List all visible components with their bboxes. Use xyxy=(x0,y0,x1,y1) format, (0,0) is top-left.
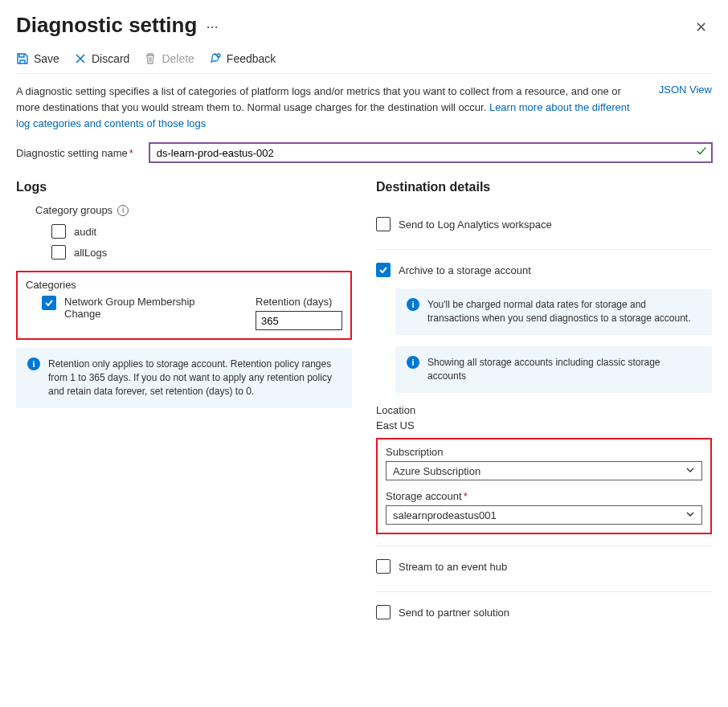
info-icon[interactable]: i xyxy=(117,205,129,216)
network-group-label: Network Group Membership Change xyxy=(64,296,201,320)
categories-label: Categories xyxy=(26,279,342,291)
subscription-select[interactable]: Azure Subscription xyxy=(386,461,702,480)
discard-label: Discard xyxy=(92,52,129,65)
delete-icon xyxy=(144,52,157,65)
delete-label: Delete xyxy=(162,52,194,65)
retention-label: Retention (days) xyxy=(256,296,342,308)
feedback-icon xyxy=(209,52,222,65)
alllogs-label: allLogs xyxy=(74,247,107,259)
log-analytics-label: Send to Log Analytics workspace xyxy=(399,219,552,231)
storage-account-select[interactable]: salearnprodeastus001 xyxy=(386,505,702,525)
logs-heading: Logs xyxy=(16,180,352,194)
audit-label: audit xyxy=(74,226,96,238)
save-icon xyxy=(16,52,29,65)
feedback-label: Feedback xyxy=(227,52,276,65)
page-title: Diagnostic setting xyxy=(16,13,197,38)
log-analytics-checkbox[interactable] xyxy=(376,217,391,231)
storage-selection-highlight-box: Subscription Azure Subscription Storage … xyxy=(376,438,712,534)
info-icon: i xyxy=(27,358,40,370)
storage-charge-info: i You'll be charged normal data rates fo… xyxy=(395,288,712,335)
setting-name-label: Diagnostic setting name* xyxy=(16,147,133,159)
subscription-label: Subscription xyxy=(386,446,702,458)
feedback-button[interactable]: Feedback xyxy=(209,52,276,65)
description-text: A diagnostic setting specifies a list of… xyxy=(16,84,643,132)
eventhub-label: Stream to an event hub xyxy=(399,561,507,573)
location-label: Location xyxy=(376,404,712,416)
archive-storage-checkbox[interactable] xyxy=(376,263,391,277)
network-group-checkbox[interactable] xyxy=(42,296,56,310)
delete-button: Delete xyxy=(144,52,194,65)
chevron-down-icon xyxy=(685,509,695,521)
categories-highlight-box: Categories Network Group Membership Chan… xyxy=(16,271,352,340)
category-groups-label: Category groups i xyxy=(35,204,352,216)
partner-checkbox[interactable] xyxy=(376,605,391,619)
alllogs-checkbox[interactable] xyxy=(51,245,66,260)
json-view-link[interactable]: JSON View xyxy=(659,84,712,132)
svg-point-0 xyxy=(217,54,220,57)
save-button[interactable]: Save xyxy=(16,52,59,65)
storage-all-info: i Showing all storage accounts including… xyxy=(395,346,712,393)
setting-name-input[interactable] xyxy=(149,143,712,162)
save-label: Save xyxy=(34,52,59,65)
info-icon: i xyxy=(407,356,419,369)
storage-account-label: Storage account* xyxy=(386,490,702,502)
destination-heading: Destination details xyxy=(376,180,712,194)
audit-checkbox[interactable] xyxy=(51,224,66,239)
partner-label: Send to partner solution xyxy=(399,607,509,619)
retention-info-box: i Retention only applies to storage acco… xyxy=(16,348,352,408)
validation-check-icon xyxy=(696,145,707,159)
retention-input[interactable] xyxy=(256,311,342,330)
archive-storage-label: Archive to a storage account xyxy=(399,264,531,276)
info-icon: i xyxy=(407,298,419,311)
eventhub-checkbox[interactable] xyxy=(376,559,391,574)
discard-button[interactable]: Discard xyxy=(74,52,129,65)
more-button[interactable]: ··· xyxy=(207,21,219,34)
close-icon[interactable]: ✕ xyxy=(690,15,712,39)
chevron-down-icon xyxy=(685,465,695,477)
location-value: East US xyxy=(376,419,712,431)
discard-icon xyxy=(74,52,87,65)
